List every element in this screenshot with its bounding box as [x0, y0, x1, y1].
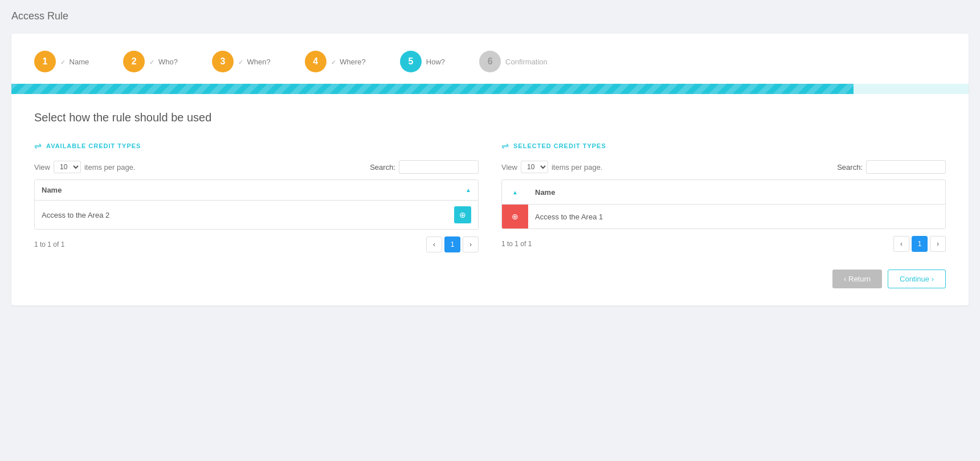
step-5-circle: 5 — [400, 51, 422, 72]
return-button[interactable]: ‹ Return — [832, 270, 882, 288]
selected-panel-icon: ⇌ — [501, 140, 509, 151]
selected-panel-controls: View 10 25 50 items per page. Search: — [501, 160, 946, 174]
available-row-1-name: Access to the Area 2 — [42, 211, 109, 219]
steps-bar: 1 ✓ Name 2 ✓ Who? 3 ✓ When? 4 — [11, 34, 969, 84]
progress-bar-container — [11, 84, 969, 94]
selected-row-1-remove-button[interactable]: ⊕ — [502, 205, 528, 229]
selected-panel-label: SELECTED CREDIT TYPES — [513, 142, 606, 149]
available-table-header: Name ▲ — [35, 180, 478, 201]
step-3-circle: 3 — [212, 51, 234, 72]
section-heading: Select how the rule should be used — [34, 111, 946, 124]
step-4-circle: 4 — [305, 51, 326, 72]
available-panel-controls: View 10 25 50 items per page. Search: — [34, 160, 479, 174]
selected-search-control: Search: — [837, 160, 946, 174]
available-view-select[interactable]: 10 25 50 — [54, 161, 81, 173]
available-panel-icon: ⇌ — [34, 140, 42, 151]
step-5-label: How? — [426, 58, 445, 66]
step-5[interactable]: 5 How? — [400, 51, 445, 72]
available-search-input[interactable] — [399, 160, 479, 174]
available-view-label: View — [34, 163, 50, 172]
selected-sort-icon[interactable]: ▲ — [502, 180, 528, 204]
two-panels: ⇌ AVAILABLE CREDIT TYPES View 10 25 50 i… — [34, 140, 946, 252]
continue-button[interactable]: Continue › — [888, 270, 946, 288]
step-6[interactable]: 6 Confirmation — [479, 51, 548, 72]
selected-col-name: Name — [528, 182, 562, 202]
page-wrapper: Access Rule 1 ✓ Name 2 ✓ Who? 3 — [0, 0, 980, 461]
selected-pagination: 1 to 1 of 1 ‹ 1 › — [501, 236, 946, 252]
step-1-label: ✓ Name — [60, 58, 89, 66]
main-card: 1 ✓ Name 2 ✓ Who? 3 ✓ When? 4 — [11, 34, 969, 305]
content-area: Select how the rule should be used ⇌ AVA… — [11, 111, 969, 252]
selected-view-select[interactable]: 10 25 50 — [521, 161, 548, 173]
page-title: Access Rule — [11, 10, 969, 22]
available-next-btn[interactable]: › — [463, 236, 479, 252]
selected-panel-header: ⇌ SELECTED CREDIT TYPES — [501, 140, 946, 151]
step-1-circle: 1 — [34, 51, 56, 72]
available-row-1: Access to the Area 2 ⊕ — [35, 201, 478, 229]
selected-search-input[interactable] — [866, 160, 946, 174]
step-1-check: ✓ — [60, 59, 66, 66]
available-pagination: 1 to 1 of 1 ‹ 1 › — [34, 236, 479, 252]
selected-search-label: Search: — [837, 163, 863, 172]
available-pagination-text: 1 to 1 of 1 — [34, 240, 64, 248]
step-3-check: ✓ — [238, 59, 243, 66]
step-2-circle: 2 — [123, 51, 145, 72]
selected-pagination-text: 1 to 1 of 1 — [501, 240, 532, 248]
selected-row-1-name: Access to the Area 1 — [528, 207, 610, 227]
available-row-1-add-button[interactable]: ⊕ — [454, 206, 471, 223]
selected-row-1: ⊕ Access to the Area 1 — [502, 205, 945, 229]
progress-bar-fill — [11, 84, 854, 94]
step-2[interactable]: 2 ✓ Who? — [123, 51, 178, 72]
step-2-check: ✓ — [149, 59, 154, 66]
available-view-control: View 10 25 50 items per page. — [34, 161, 136, 173]
selected-panel: ⇌ SELECTED CREDIT TYPES View 10 25 50 it… — [501, 140, 946, 252]
step-6-circle: 6 — [479, 51, 501, 72]
available-panel-label: AVAILABLE CREDIT TYPES — [46, 142, 141, 149]
step-6-label: Confirmation — [505, 58, 548, 66]
step-4-label: ✓ Where? — [331, 58, 366, 66]
available-sort-icon[interactable]: ▲ — [466, 187, 471, 193]
step-2-label: ✓ Who? — [149, 58, 178, 66]
step-4[interactable]: 4 ✓ Where? — [305, 51, 366, 72]
add-icon: ⊕ — [459, 210, 466, 219]
selected-next-btn[interactable]: › — [930, 236, 946, 252]
available-panel-header: ⇌ AVAILABLE CREDIT TYPES — [34, 140, 479, 151]
selected-items-per-page: items per page. — [552, 163, 603, 172]
selected-page-btns: ‹ 1 › — [893, 236, 946, 252]
step-1[interactable]: 1 ✓ Name — [34, 51, 89, 72]
available-search-label: Search: — [370, 163, 395, 172]
available-search-control: Search: — [370, 160, 479, 174]
remove-icon: ⊕ — [512, 212, 518, 221]
selected-view-control: View 10 25 50 items per page. — [501, 161, 603, 173]
available-table: Name ▲ Access to the Area 2 ⊕ — [34, 179, 479, 230]
available-page-btns: ‹ 1 › — [426, 236, 479, 252]
selected-prev-btn[interactable]: ‹ — [893, 236, 909, 252]
available-page-1-btn[interactable]: 1 — [444, 236, 460, 252]
available-panel: ⇌ AVAILABLE CREDIT TYPES View 10 25 50 i… — [34, 140, 479, 252]
selected-view-label: View — [501, 163, 517, 172]
available-items-per-page: items per page. — [84, 163, 136, 172]
step-4-check: ✓ — [331, 59, 336, 66]
selected-table-header: ▲ Name — [502, 180, 945, 205]
step-3[interactable]: 3 ✓ When? — [212, 51, 271, 72]
selected-table: ▲ Name ⊕ Access to the Area 1 — [501, 179, 946, 229]
footer-buttons: ‹ Return Continue › — [11, 252, 969, 288]
step-3-label: ✓ When? — [238, 58, 271, 66]
available-prev-btn[interactable]: ‹ — [426, 236, 442, 252]
selected-page-1-btn[interactable]: 1 — [912, 236, 928, 252]
available-col-name: Name — [42, 186, 62, 194]
